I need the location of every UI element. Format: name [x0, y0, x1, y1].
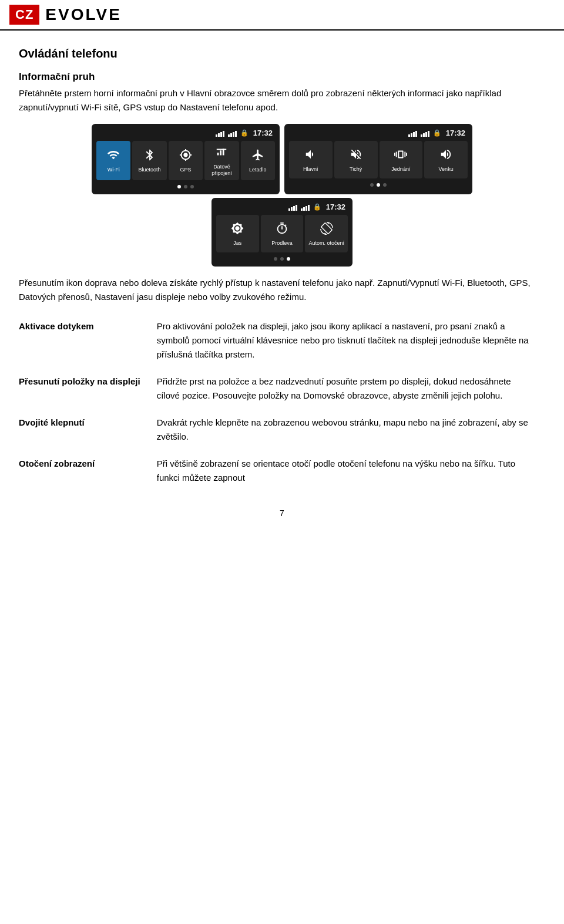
dot-2-3: [383, 183, 387, 187]
tile-jednani-label: Jednání: [391, 166, 410, 173]
dot-1-2: [184, 185, 187, 188]
status-bar-1: 🔒 17:32: [95, 127, 276, 140]
timer-icon: [276, 222, 288, 238]
dots-3: [215, 257, 349, 261]
airplane-icon: [251, 149, 264, 164]
dot-3-3: [287, 257, 290, 261]
data-icon: [215, 146, 228, 161]
quick-tiles-2: Hlavní Tichý: [288, 140, 469, 180]
tile-bluetooth[interactable]: Bluetooth: [132, 141, 166, 180]
status-bar-3: 🔒 17:32: [215, 201, 349, 214]
dot-2-1: [370, 183, 374, 187]
dot-1-3: [190, 185, 194, 188]
tile-airplane-label: Letadlo: [249, 167, 267, 173]
tile-jas[interactable]: Jas: [216, 215, 259, 252]
tile-rotation-label: Autom. otočení: [308, 240, 344, 247]
feature-term-presunutí: Přesunutí položky na displeji: [19, 371, 157, 412]
phone-screen-1: 🔒 17:32 Wi-Fi: [92, 124, 280, 194]
screenshots-row-2: 🔒 17:32 Jas: [19, 198, 545, 267]
volume-icon: [304, 148, 317, 164]
rotation-icon: [320, 222, 333, 238]
feature-desc-otoceni: Při většině zobrazení se orientace otočí…: [157, 453, 545, 494]
feature-row-presunutí: Přesunutí položky na displeji Přidržte p…: [19, 371, 545, 412]
feature-term-otoceni: Otočení zobrazení: [19, 453, 157, 494]
section2-text: Přesunutím ikon doprava nebo doleva získ…: [19, 276, 545, 304]
bluetooth-icon: [143, 149, 156, 164]
screenshots-row-1: 🔒 17:32 Wi-Fi: [19, 124, 545, 194]
feature-table: Aktivace dotykem Pro aktivování položek …: [19, 316, 545, 494]
tile-data[interactable]: Datové připojení: [204, 141, 239, 180]
tile-wifi[interactable]: Wi-Fi: [96, 141, 130, 180]
gps-icon: [179, 149, 192, 164]
tile-jas-label: Jas: [233, 240, 241, 247]
section1-text: Přetáhněte prstem horní informační pruh …: [19, 86, 545, 114]
phone-screen-2: 🔒 17:32 Hlavní: [284, 124, 472, 194]
dot-3-2: [280, 257, 284, 261]
page-number: 7: [19, 508, 545, 527]
dots-2: [288, 183, 469, 187]
tile-airplane[interactable]: Letadlo: [241, 141, 275, 180]
feature-term-aktivace: Aktivace dotykem: [19, 316, 157, 371]
tile-gps[interactable]: GPS: [169, 141, 203, 180]
tile-rotation[interactable]: Autom. otočení: [305, 215, 348, 252]
feature-row-dvojite: Dvojité klepnutí Dvakrát rychle klepněte…: [19, 412, 545, 453]
dot-2-2: [377, 183, 380, 187]
feature-term-dvojite: Dvojité klepnutí: [19, 412, 157, 453]
phone-screen-3: 🔒 17:32 Jas: [212, 198, 352, 267]
signal-icons-2: 🔒: [408, 129, 441, 137]
tile-data-label: Datové připojení: [207, 164, 236, 177]
tile-tichy-label: Tichý: [350, 166, 362, 173]
mute-icon: [350, 148, 362, 164]
page-title: Ovládání telefonu: [19, 47, 545, 60]
status-time-1: 17:32: [253, 129, 273, 137]
status-bar-2: 🔒 17:32: [288, 127, 469, 140]
dots-1: [95, 185, 276, 188]
feature-row-aktivace: Aktivace dotykem Pro aktivování položek …: [19, 316, 545, 371]
feature-desc-aktivace: Pro aktivování položek na displeji, jako…: [157, 316, 545, 371]
tile-gps-label: GPS: [180, 167, 191, 173]
tile-wifi-label: Wi-Fi: [108, 167, 120, 173]
tile-tichy[interactable]: Tichý: [334, 141, 378, 178]
tile-venku[interactable]: Venku: [424, 141, 468, 178]
main-content: Ovládání telefonu Informační pruh Přetáh…: [0, 31, 564, 544]
brightness-icon: [231, 222, 244, 238]
tile-prodleva-label: Prodleva: [271, 240, 293, 247]
feature-row-otoceni: Otočení zobrazení Při většině zobrazení …: [19, 453, 545, 494]
tile-venku-label: Venku: [439, 166, 454, 173]
vibrate-icon: [394, 148, 407, 164]
signal-icons-3: 🔒: [288, 203, 321, 211]
header: CZ EVOLVE: [0, 0, 564, 31]
tile-hlavni-label: Hlavní: [303, 166, 318, 173]
tile-bluetooth-label: Bluetooth: [139, 167, 161, 173]
feature-desc-dvojite: Dvakrát rychle klepněte na zobrazenou we…: [157, 412, 545, 453]
wifi-icon: [107, 149, 120, 164]
quick-tiles-3: Jas Prodleva: [215, 214, 349, 254]
quick-tiles-1: Wi-Fi Bluetooth: [95, 140, 276, 181]
tile-jednani[interactable]: Jednání: [380, 141, 423, 178]
cz-logo: CZ: [9, 5, 39, 25]
section1-title: Informační pruh: [19, 71, 545, 83]
tile-prodleva[interactable]: Prodleva: [261, 215, 304, 252]
status-time-3: 17:32: [326, 203, 345, 211]
dot-3-1: [274, 257, 277, 261]
tile-hlavni[interactable]: Hlavní: [289, 141, 333, 178]
feature-desc-presunutí: Přidržte prst na položce a bez nadzvednu…: [157, 371, 545, 412]
dot-1-1: [177, 185, 181, 188]
signal-icons-1: 🔒: [216, 129, 249, 137]
volume-up-icon: [439, 148, 452, 164]
status-time-2: 17:32: [446, 129, 465, 137]
evolve-logo: EVOLVE: [45, 5, 122, 24]
